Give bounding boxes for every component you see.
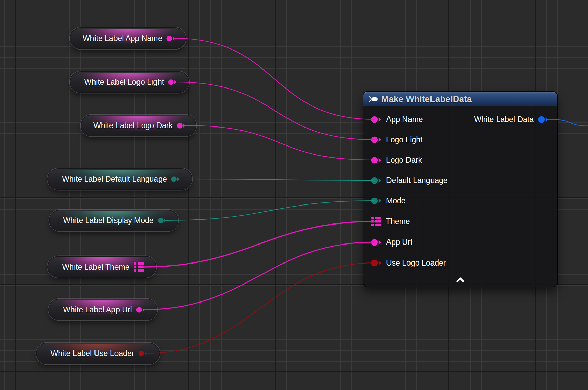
- logo-dark-output-pin[interactable]: [177, 122, 186, 129]
- blueprint-graph-canvas[interactable]: White Label App NameWhite Label Logo Lig…: [0, 0, 588, 390]
- make-struct-icon: ↘↗: [368, 95, 378, 103]
- wire-theme-to-theme[interactable]: [143, 221, 375, 267]
- input-pin-label: Logo Light: [386, 135, 422, 144]
- variable-getter-label: White Label Logo Light: [84, 78, 164, 87]
- variable-getter-app-name[interactable]: White Label App Name: [70, 28, 185, 48]
- input-pin-label: Theme: [386, 217, 410, 226]
- app-url-output-pin[interactable]: [136, 307, 145, 313]
- wire-use-loader-to-use-logo-loader[interactable]: [146, 263, 374, 353]
- display-mode-output-pin[interactable]: [158, 217, 167, 224]
- variable-getter-logo-dark[interactable]: White Label Logo Dark: [81, 115, 196, 136]
- input-pin-mode[interactable]: [371, 197, 381, 205]
- input-pin-label: Use Logo Loader: [386, 258, 446, 268]
- variable-getter-label: White Label App Name: [83, 34, 162, 43]
- variable-getter-label: White Label Theme: [62, 262, 129, 272]
- input-pin-app-url[interactable]: [371, 238, 381, 246]
- variable-getter-use-loader[interactable]: White Label Use Loader: [37, 343, 159, 364]
- output-pin-label: White Label Data: [474, 115, 534, 124]
- input-pin-app-name[interactable]: [371, 116, 381, 123]
- variable-getter-label: White Label Default Language: [62, 175, 167, 184]
- app-name-output-pin[interactable]: [166, 35, 175, 42]
- wire-app-url-to-app-url[interactable]: [144, 242, 374, 310]
- default-language-output-pin[interactable]: [171, 176, 180, 182]
- wire-logo-light-to-logo-light[interactable]: [176, 82, 374, 140]
- input-pin-label: Mode: [386, 196, 406, 206]
- input-row: Use Logo Loader: [371, 253, 446, 273]
- output-row: White Label Data: [474, 109, 548, 130]
- collapse-chevron-up-icon[interactable]: [456, 277, 464, 284]
- input-row: App Name: [371, 109, 423, 130]
- input-row: Default Language: [371, 170, 448, 191]
- variable-getter-app-url[interactable]: White Label App Url: [49, 299, 157, 320]
- input-row: App Url: [371, 232, 412, 252]
- input-pin-label: App Name: [386, 115, 423, 124]
- wire-logo-dark-to-logo-dark[interactable]: [185, 125, 374, 160]
- input-pin-label: Logo Dark: [386, 156, 422, 165]
- use-loader-output-pin[interactable]: [138, 350, 147, 357]
- input-row: Theme: [371, 211, 410, 232]
- input-pin-label: App Url: [386, 238, 412, 247]
- variable-getter-label: White Label App Url: [63, 305, 132, 314]
- make-node-title: Make WhiteLabelData: [381, 94, 472, 104]
- input-row: Logo Light: [371, 130, 422, 150]
- theme-output-pin[interactable]: [134, 262, 144, 272]
- wire-display-mode-to-mode[interactable]: [166, 201, 374, 220]
- variable-getter-default-language[interactable]: White Label Default Language: [48, 169, 192, 189]
- make-whitelabeldata-node[interactable]: ↘↗Make WhiteLabelDataApp NameLogo LightL…: [363, 92, 557, 287]
- wire-app-name-to-app-name[interactable]: [174, 38, 374, 119]
- output-pin-white-label-data[interactable]: [538, 116, 548, 123]
- variable-getter-label: White Label Use Loader: [51, 349, 134, 358]
- variable-getter-theme[interactable]: White Label Theme: [48, 257, 156, 277]
- input-pin-theme[interactable]: [371, 216, 381, 227]
- variable-getter-display-mode[interactable]: White Label Display Mode: [50, 210, 178, 231]
- make-node-header[interactable]: ↘↗Make WhiteLabelData: [363, 92, 557, 106]
- input-pin-use-logo-loader[interactable]: [371, 259, 381, 267]
- variable-getter-label: White Label Logo Dark: [93, 121, 173, 130]
- logo-light-output-pin[interactable]: [168, 79, 177, 85]
- input-row: Logo Dark: [371, 150, 422, 170]
- input-pin-default-language[interactable]: [371, 177, 381, 184]
- wire-default-language-to-default-language[interactable]: [179, 179, 374, 180]
- variable-getter-label: White Label Display Mode: [63, 216, 153, 225]
- input-row: Mode: [371, 191, 406, 211]
- input-pin-logo-dark[interactable]: [371, 156, 381, 164]
- variable-getter-logo-light[interactable]: White Label Logo Light: [70, 72, 189, 92]
- input-pin-logo-light[interactable]: [371, 136, 381, 144]
- input-pin-label: Default Language: [386, 176, 448, 185]
